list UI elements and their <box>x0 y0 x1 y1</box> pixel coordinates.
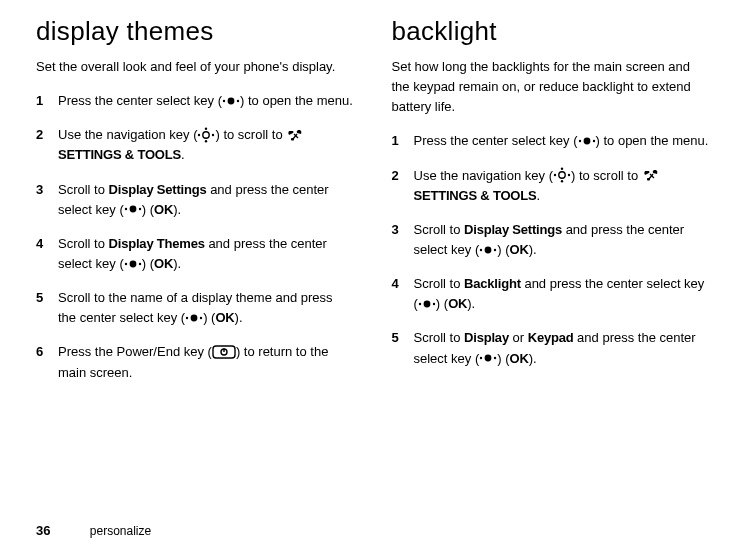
backlight-heading: backlight <box>392 16 710 47</box>
step-number: 2 <box>36 125 58 165</box>
bold-term: OK <box>510 351 529 366</box>
step-item: 6Press the Power/End key () to return to… <box>36 342 354 382</box>
step-item: 2Use the navigation key () to scroll to … <box>392 166 710 206</box>
step-number: 4 <box>36 234 58 274</box>
bold-term: Backlight <box>464 276 521 291</box>
center-select-icon <box>479 352 497 364</box>
step-number: 5 <box>36 288 58 328</box>
step-text: Scroll to Display Themes and press the c… <box>58 234 354 274</box>
center-select-icon <box>185 312 203 324</box>
nav-key-icon <box>553 167 571 183</box>
bold-term: Display Settings <box>109 182 207 197</box>
step-number: 2 <box>392 166 414 206</box>
step-number: 1 <box>392 131 414 151</box>
step-text: Scroll to Display or Keypad and press th… <box>414 328 710 368</box>
section-name: personalize <box>90 524 151 538</box>
step-text: Scroll to the name of a display theme an… <box>58 288 354 328</box>
step-number: 5 <box>392 328 414 368</box>
step-item: 3Scroll to Display Settings and press th… <box>392 220 710 260</box>
step-number: 1 <box>36 91 58 111</box>
center-select-icon <box>418 298 436 310</box>
power-key-icon <box>212 345 236 359</box>
step-text: Press the Power/End key () to return to … <box>58 342 354 382</box>
step-number: 4 <box>392 274 414 314</box>
step-text: Scroll to Display Settings and press the… <box>58 180 354 220</box>
bold-term: OK <box>510 242 529 257</box>
tools-icon <box>642 168 660 182</box>
right-column: backlight Set how long the backlights fo… <box>392 16 710 397</box>
step-text: Press the center select key () to open t… <box>58 91 354 111</box>
center-select-icon <box>578 135 596 147</box>
bold-term: OK <box>154 202 173 217</box>
step-item: 4Scroll to Display Themes and press the … <box>36 234 354 274</box>
step-item: 2Use the navigation key () to scroll to … <box>36 125 354 165</box>
step-text: Scroll to Backlight and press the center… <box>414 274 710 314</box>
step-text: Use the navigation key () to scroll to S… <box>414 166 710 206</box>
bold-term: Display Themes <box>109 236 205 251</box>
nav-key-icon <box>197 127 215 143</box>
bold-term: Display <box>464 330 509 345</box>
display-themes-intro: Set the overall look and feel of your ph… <box>36 57 354 77</box>
display-themes-heading: display themes <box>36 16 354 47</box>
center-select-icon <box>124 258 142 270</box>
step-number: 6 <box>36 342 58 382</box>
display-themes-steps: 1Press the center select key () to open … <box>36 91 354 383</box>
page-footer: 36 personalize <box>36 523 151 538</box>
center-select-icon <box>124 203 142 215</box>
center-select-icon <box>479 244 497 256</box>
step-item: 4Scroll to Backlight and press the cente… <box>392 274 710 314</box>
bold-term: SETTINGS & TOOLS <box>414 188 537 203</box>
step-item: 3Scroll to Display Settings and press th… <box>36 180 354 220</box>
center-select-icon <box>222 95 240 107</box>
bold-term: Keypad <box>528 330 574 345</box>
bold-term: OK <box>215 310 234 325</box>
step-text: Scroll to Display Settings and press the… <box>414 220 710 260</box>
bold-term: OK <box>448 296 467 311</box>
tools-icon <box>286 128 304 142</box>
step-number: 3 <box>36 180 58 220</box>
bold-term: SETTINGS & TOOLS <box>58 147 181 162</box>
step-number: 3 <box>392 220 414 260</box>
bold-term: OK <box>154 256 173 271</box>
step-text: Press the center select key () to open t… <box>414 131 710 151</box>
backlight-steps: 1Press the center select key () to open … <box>392 131 710 368</box>
step-item: 1Press the center select key () to open … <box>392 131 710 151</box>
left-column: display themes Set the overall look and … <box>36 16 354 397</box>
step-text: Use the navigation key () to scroll to S… <box>58 125 354 165</box>
step-item: 1Press the center select key () to open … <box>36 91 354 111</box>
step-item: 5Scroll to the name of a display theme a… <box>36 288 354 328</box>
backlight-intro: Set how long the backlights for the main… <box>392 57 710 117</box>
step-item: 5Scroll to Display or Keypad and press t… <box>392 328 710 368</box>
bold-term: Display Settings <box>464 222 562 237</box>
page-number: 36 <box>36 523 50 538</box>
